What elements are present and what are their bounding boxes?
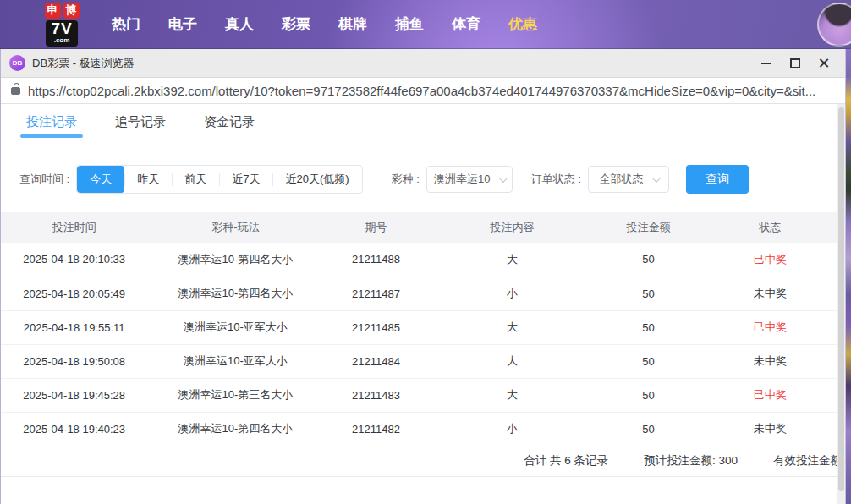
- nav-item-chess[interactable]: 棋牌: [338, 14, 367, 34]
- lock-icon: [11, 87, 20, 95]
- cell-bet-time: 2025-04-18 19:50:08: [1, 344, 147, 378]
- cell-issue: 21211483: [324, 378, 429, 412]
- close-button[interactable]: ✕: [810, 52, 838, 75]
- order-status-label: 订单状态 :: [531, 172, 581, 187]
- cell-lottery-play: 澳洲幸运10-第三名大小: [147, 378, 323, 412]
- time-option-7days[interactable]: 近7天: [219, 166, 272, 193]
- lottery-filter-label: 彩种 :: [392, 172, 420, 187]
- header-bet-time: 投注时间: [1, 212, 147, 243]
- cell-bet-content: 大: [428, 243, 596, 277]
- status-badge: 已中奖: [700, 243, 839, 277]
- logo-main: 7V .com: [46, 20, 77, 47]
- cell-bet-content: 大: [428, 378, 596, 412]
- summary-bar: 合计 共 6 条记录 预计投注金额: 300 有效投注金额: [1, 446, 837, 477]
- chevron-down-icon: [499, 174, 508, 183]
- tab-chase-records[interactable]: 追号记录: [115, 104, 166, 140]
- status-badge: 已中奖: [700, 378, 839, 412]
- logo-badge-right: 博: [63, 3, 80, 19]
- url-bar[interactable]: https://ctop02pcali.2kbxi392.com/lottery…: [1, 78, 845, 104]
- table-row: 2025-04-18 19:45:28 澳洲幸运10-第三名大小 2121148…: [1, 378, 839, 412]
- url-text: https://ctop02pcali.2kbxi392.com/lottery…: [28, 84, 815, 98]
- cell-issue: 21211487: [324, 277, 429, 310]
- cell-issue: 21211484: [324, 344, 429, 378]
- header-lottery-play: 彩种-玩法: [147, 212, 323, 243]
- cell-bet-time: 2025-04-18 19:40:23: [1, 412, 147, 446]
- cell-bet-content: 小: [428, 277, 596, 310]
- browser-app-icon: DB: [9, 55, 25, 71]
- scrollbar[interactable]: [837, 104, 845, 504]
- summary-valid-amount: 有效投注金额: [773, 453, 837, 468]
- order-status-value: 全部状态: [600, 172, 644, 187]
- tab-bet-records[interactable]: 投注记录: [26, 104, 77, 140]
- cell-lottery-play: 澳洲幸运10-第四名大小: [147, 243, 323, 277]
- record-tabs: 投注记录 追号记录 资金记录: [1, 104, 837, 140]
- nav-item-lottery[interactable]: 彩票: [282, 14, 310, 34]
- status-badge: 未中奖: [700, 277, 839, 310]
- header-status: 状态: [700, 212, 839, 243]
- nav-item-promo[interactable]: 优惠: [508, 14, 537, 34]
- lottery-select-value: 澳洲幸运10: [434, 172, 490, 187]
- time-option-daybefore[interactable]: 前天: [172, 166, 219, 193]
- cell-bet-time: 2025-04-18 19:45:28: [1, 378, 147, 412]
- logo-text: 7V: [51, 19, 72, 37]
- nav-item-hot[interactable]: 热门: [112, 14, 140, 34]
- cell-bet-content: 大: [428, 310, 596, 344]
- table-row: 2025-04-18 20:10:33 澳洲幸运10-第四名大小 2121148…: [1, 243, 839, 277]
- cell-lottery-play: 澳洲幸运10-第四名大小: [147, 412, 323, 446]
- site-nav: 申 博 7V .com 热门 电子 真人 彩票 棋牌 捕鱼 体育 优惠: [0, 0, 851, 49]
- cell-issue: 21211485: [324, 310, 429, 344]
- cell-bet-time: 2025-04-18 20:10:33: [1, 243, 147, 277]
- time-filter-group: 今天 昨天 前天 近7天 近20天(低频): [76, 165, 362, 194]
- cell-issue: 21211482: [324, 412, 429, 446]
- nav-item-live[interactable]: 真人: [225, 14, 254, 34]
- search-button[interactable]: 查询: [686, 165, 749, 194]
- cell-bet-amount: 50: [596, 412, 701, 446]
- status-badge: 已中奖: [700, 310, 839, 344]
- cell-lottery-play: 澳洲幸运10-第四名大小: [147, 277, 323, 310]
- close-icon: ✕: [817, 56, 830, 71]
- header-bet-content: 投注内容: [428, 212, 596, 243]
- site-nav-menu: 热门 电子 真人 彩票 棋牌 捕鱼 体育 优惠: [112, 14, 537, 34]
- cell-bet-content: 小: [428, 412, 596, 446]
- minimize-icon: [761, 63, 771, 64]
- lottery-select[interactable]: 澳洲幸运10: [426, 166, 513, 193]
- table-row: 2025-04-18 19:50:08 澳洲幸运10-亚军大小 21211484…: [1, 344, 839, 378]
- logo-badge-left: 申: [45, 3, 61, 19]
- time-option-today[interactable]: 今天: [77, 166, 124, 193]
- time-filter-label: 查询时间 :: [19, 172, 69, 187]
- header-issue: 期号: [324, 212, 429, 243]
- maximize-icon: [790, 58, 800, 68]
- cell-bet-amount: 50: [596, 310, 701, 344]
- cell-bet-amount: 50: [596, 344, 701, 378]
- page-content: 投注记录 追号记录 资金记录 查询时间 : 今天 昨天 前天 近7天 近20天(…: [1, 104, 845, 504]
- chevron-down-icon: [652, 174, 661, 183]
- status-badge: 未中奖: [700, 344, 839, 378]
- window-title-bar[interactable]: DB DB彩票 - 极速浏览器 ✕: [1, 49, 845, 78]
- nav-item-slots[interactable]: 电子: [168, 14, 197, 34]
- window-title: DB彩票 - 极速浏览器: [32, 56, 752, 71]
- table-row: 2025-04-18 19:40:23 澳洲幸运10-第四名大小 2121148…: [1, 412, 839, 446]
- filter-bar: 查询时间 : 今天 昨天 前天 近7天 近20天(低频) 彩种 : 澳洲幸运10…: [19, 165, 845, 194]
- user-avatar[interactable]: [817, 3, 851, 47]
- cell-bet-time: 2025-04-18 20:05:49: [1, 277, 147, 310]
- cell-issue: 21211488: [324, 243, 429, 277]
- cell-bet-amount: 50: [596, 243, 701, 277]
- nav-item-sports[interactable]: 体育: [452, 14, 480, 34]
- site-logo[interactable]: 申 博 7V .com: [34, 3, 90, 47]
- time-option-yesterday[interactable]: 昨天: [124, 166, 172, 193]
- browser-window: DB DB彩票 - 极速浏览器 ✕ https://ctop02pcali.2k…: [0, 49, 846, 504]
- minimize-button[interactable]: [752, 52, 781, 75]
- tab-fund-records[interactable]: 资金记录: [204, 104, 255, 140]
- status-badge: 未中奖: [700, 412, 839, 446]
- nav-item-fishing[interactable]: 捕鱼: [395, 14, 424, 34]
- scrollbar-thumb[interactable]: [838, 107, 844, 491]
- time-option-20days[interactable]: 近20天(低频): [272, 166, 361, 193]
- cell-bet-time: 2025-04-18 19:55:11: [1, 310, 147, 344]
- table-header-row: 投注时间 彩种-玩法 期号 投注内容 投注金额 状态: [1, 212, 839, 243]
- logo-badges: 申 博: [45, 3, 80, 19]
- cell-bet-amount: 50: [596, 277, 701, 310]
- maximize-button[interactable]: [781, 52, 810, 75]
- underlying-page-sliver: [846, 49, 851, 504]
- cell-bet-amount: 50: [596, 378, 701, 412]
- order-status-select[interactable]: 全部状态: [588, 166, 669, 193]
